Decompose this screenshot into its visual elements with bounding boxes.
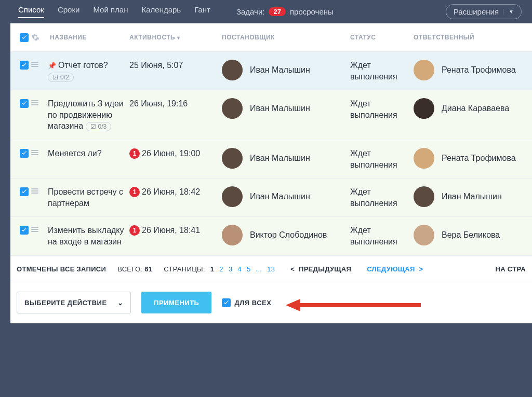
avatar [222, 186, 243, 207]
chevron-down-icon: ▼ [503, 9, 514, 15]
avatar [414, 98, 434, 119]
chevron-down-icon: ⌄ [117, 299, 124, 307]
tab-myplan[interactable]: Мой план [93, 5, 128, 18]
responsible-cell[interactable]: Рената Трофимова [414, 60, 532, 80]
setter-name: Виктор Слободинов [250, 230, 327, 240]
table-headers: НАЗВАНИЕ АКТИВНОСТЬ▾ ПОСТАНОВЩИК СТАТУС … [10, 23, 532, 52]
page-dots[interactable]: ... [256, 265, 262, 273]
header-setter[interactable]: ПОСТАНОВЩИК [222, 34, 350, 41]
update-badge: 1 [129, 187, 140, 197]
drag-handle-icon[interactable] [31, 225, 48, 232]
header-status[interactable]: СТАТУС [350, 34, 414, 41]
page-2[interactable]: 2 [219, 265, 223, 273]
annotation-arrow-icon [286, 298, 421, 314]
table-row: Провести встречу с партнерам 126 Июня, 1… [10, 179, 532, 217]
next-page[interactable]: СЛЕДУЮЩАЯ > [367, 265, 423, 273]
avatar [414, 60, 434, 80]
tab-list[interactable]: Список [18, 5, 44, 18]
subtask-counter[interactable]: ☑0/2 [48, 73, 74, 82]
status-cell: Ждет выполнения [350, 60, 414, 82]
table-row: Меняется ли? 126 Июня, 19:00 Иван Малыши… [10, 140, 532, 179]
task-panel: НАЗВАНИЕ АКТИВНОСТЬ▾ ПОСТАНОВЩИК СТАТУС … [10, 23, 532, 323]
task-title: 📌Отчет готов? [48, 61, 108, 70]
update-badge: 1 [129, 148, 140, 159]
task-title-cell[interactable]: Предложить 3 идеи по продвижению магазин… [48, 98, 129, 132]
status-cell: Ждет выполнения [350, 186, 414, 209]
status-cell: Ждет выполнения [350, 98, 414, 120]
setter-name: Иван Малышин [250, 154, 310, 163]
chevron-down-icon: ▾ [177, 35, 180, 40]
per-page-label: НА СТРА [496, 265, 526, 273]
setter-name: Иван Малышин [250, 192, 310, 201]
row-checkbox[interactable] [17, 148, 31, 158]
select-action-dropdown[interactable]: ВЫБЕРИТЕ ДЕЙСТВИЕ ⌄ [17, 292, 131, 313]
task-title: Изменить выкладку на входе в магазин [48, 226, 124, 246]
avatar [222, 148, 243, 169]
setter-cell[interactable]: Виктор Слободинов [222, 225, 350, 245]
pages-label: СТРАНИЦЫ: [164, 265, 205, 273]
for-all-checkbox[interactable]: ДЛЯ ВСЕХ [222, 298, 271, 307]
setter-cell[interactable]: Иван Малышин [222, 98, 350, 119]
responsible-cell[interactable]: Рената Трофимова [414, 148, 532, 169]
responsible-name: Иван Малышин [442, 192, 502, 201]
gear-icon[interactable] [31, 33, 48, 42]
prev-page[interactable]: < ПРЕДЫДУЩАЯ [290, 265, 351, 273]
overdue-tasks[interactable]: Задачи: 27 просрочены [236, 7, 334, 16]
tab-calendar[interactable]: Календарь [141, 5, 181, 18]
setter-cell[interactable]: Иван Малышин [222, 148, 350, 169]
selected-all-label: ОТМЕЧЕНЫ ВСЕ ЗАПИСИ [17, 265, 106, 273]
task-title: Провести встречу с партнерам [48, 187, 123, 208]
apply-button[interactable]: ПРИМЕНИТЬ [141, 292, 211, 313]
avatar [222, 98, 243, 119]
responsible-name: Диана Караваева [442, 104, 509, 113]
avatar [414, 186, 434, 207]
page-3[interactable]: 3 [229, 265, 233, 273]
task-title-cell[interactable]: 📌Отчет готов? ☑0/2 [48, 60, 129, 82]
activity-cell: 126 Июня, 18:41 [129, 225, 222, 236]
drag-handle-icon[interactable] [31, 186, 48, 194]
setter-cell[interactable]: Иван Малышин [222, 186, 350, 207]
status-cell: Ждет выполнения [350, 148, 414, 170]
task-title-cell[interactable]: Провести встречу с партнерам [48, 186, 129, 209]
header-title[interactable]: НАЗВАНИЕ [48, 34, 129, 41]
avatar [414, 225, 434, 245]
pagination-bar: ОТМЕЧЕНЫ ВСЕ ЗАПИСИ ВСЕГО: 61 СТРАНИЦЫ: … [10, 256, 532, 282]
header-activity[interactable]: АКТИВНОСТЬ▾ [129, 34, 222, 41]
responsible-cell[interactable]: Диана Караваева [414, 98, 532, 119]
total: ВСЕГО: 61 [117, 265, 152, 273]
extensions-label: Расширения [454, 7, 499, 16]
setter-cell[interactable]: Иван Малышин [222, 60, 350, 80]
drag-handle-icon[interactable] [31, 60, 48, 67]
page-4[interactable]: 4 [237, 265, 242, 273]
drag-handle-icon[interactable] [31, 148, 48, 155]
pin-icon: 📌 [48, 62, 56, 70]
activity-cell: 126 Июня, 18:42 [129, 186, 222, 198]
activity-cell: 126 Июня, 19:00 [129, 148, 222, 159]
select-all[interactable] [17, 33, 31, 42]
tab-deadlines[interactable]: Сроки [58, 5, 79, 18]
tasks-count-badge: 27 [269, 7, 285, 16]
header-responsible[interactable]: ОТВЕТСТВЕННЫЙ [414, 34, 532, 41]
drag-handle-icon[interactable] [31, 98, 48, 105]
activity-cell: 26 Июня, 19:16 [129, 98, 222, 109]
responsible-cell[interactable]: Вера Беликова [414, 225, 532, 245]
row-checkbox[interactable] [17, 186, 31, 196]
pages: СТРАНИЦЫ: 1 2 3 4 5 ... 13 [164, 265, 275, 273]
tab-gantt[interactable]: Гант [194, 5, 210, 18]
select-action-label: ВЫБЕРИТЕ ДЕЙСТВИЕ [24, 299, 107, 307]
responsible-name: Рената Трофимова [442, 65, 516, 75]
row-checkbox[interactable] [17, 225, 31, 235]
extensions-button[interactable]: Расширения ▼ [446, 4, 522, 19]
row-checkbox[interactable] [17, 60, 31, 70]
subtask-counter[interactable]: ☑0/3 [86, 122, 112, 131]
task-title-cell[interactable]: Меняется ли? [48, 148, 129, 159]
page-5[interactable]: 5 [247, 265, 251, 273]
page-1[interactable]: 1 [210, 265, 215, 273]
setter-name: Иван Малышин [250, 104, 310, 113]
activity-cell: 25 Июня, 5:07 [129, 60, 222, 71]
row-checkbox[interactable] [17, 98, 31, 108]
responsible-cell[interactable]: Иван Малышин [414, 186, 532, 207]
task-title-cell[interactable]: Изменить выкладку на входе в магазин [48, 225, 129, 247]
page-13[interactable]: 13 [267, 265, 275, 273]
table-row: Изменить выкладку на входе в магазин 126… [10, 217, 532, 255]
